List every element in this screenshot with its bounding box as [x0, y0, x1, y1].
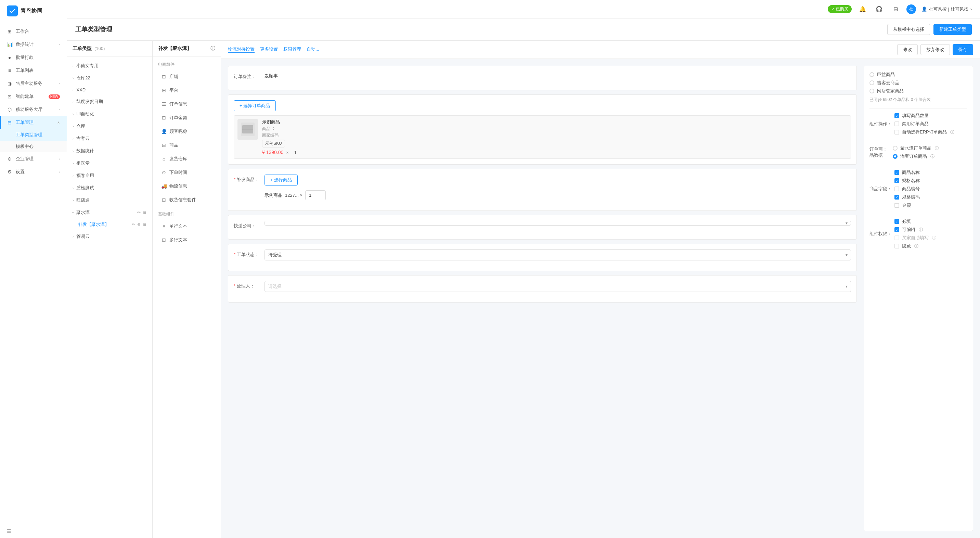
edit-icon[interactable]: ✏: [137, 88, 141, 92]
toolbar-link-logistics[interactable]: 物流对接设置: [228, 46, 255, 53]
notification-button[interactable]: 🔔: [857, 4, 868, 15]
add-order-product-button[interactable]: + 选择订单商品: [234, 100, 276, 111]
radio-item-online-store[interactable]: 网店管家商品: [869, 88, 967, 94]
type-item[interactable]: › UI自动化 ✏ 🗑: [67, 108, 152, 120]
type-item[interactable]: › XXD ✏ 🗑: [67, 84, 152, 96]
edit-icon[interactable]: ✏: [137, 148, 141, 153]
delete-icon[interactable]: 🗑: [143, 222, 147, 227]
delete-icon[interactable]: 🗑: [143, 186, 147, 190]
component-item-delivery-warehouse[interactable]: ⌂ 发货仓库: [155, 152, 218, 165]
sidebar-item-batch-payment[interactable]: ● 批量打款: [0, 51, 67, 64]
component-item-multi-text[interactable]: ⊡ 多行文本: [155, 233, 218, 247]
type-item[interactable]: › 祖医堂 ✏ 🗑: [67, 157, 152, 169]
edit-icon[interactable]: ✏: [137, 210, 141, 215]
replenish-qty-input[interactable]: [305, 190, 326, 200]
type-item[interactable]: › 仓库 ✏ 🗑: [67, 120, 152, 132]
type-item[interactable]: › 数据统计 ✏ 🗑: [67, 145, 152, 157]
checkbox-spec-code[interactable]: ✓ 规格编码: [894, 194, 967, 200]
edit-icon[interactable]: ✏: [137, 136, 141, 141]
edit-icon[interactable]: ✏: [137, 234, 141, 239]
checkbox-spec-name[interactable]: ✓ 规格名称: [894, 178, 967, 184]
edit-icon[interactable]: ✏: [137, 111, 141, 116]
checkbox-required[interactable]: ✓ 必填: [894, 218, 967, 224]
handler-select[interactable]: 请选择: [264, 281, 851, 292]
checkbox-fill-qty[interactable]: ✓ 填写商品数量: [894, 113, 967, 119]
edit-icon[interactable]: ✏: [137, 161, 141, 166]
new-work-type-button[interactable]: 新建工单类型: [934, 24, 972, 35]
discard-button[interactable]: 放弃修改: [920, 44, 950, 55]
delete-icon[interactable]: 🗑: [143, 76, 147, 80]
sidebar-item-smart-build[interactable]: ⊡ 智能建单 NEW: [0, 90, 67, 103]
sidebar-item-after-sales[interactable]: ◑ 售后主动服务 ›: [0, 77, 67, 90]
toolbar-link-permission-mgmt[interactable]: 权限管理: [283, 46, 301, 53]
edit-icon[interactable]: ✏: [137, 76, 141, 80]
radio-item-taobao[interactable]: 淘宝订单商品 ⓘ: [893, 153, 967, 159]
checkbox-auto-erp[interactable]: 自动选择ERP订单商品 ⓘ: [894, 129, 967, 135]
sidebar-item-enterprise[interactable]: ⊙ 企业管理 ›: [0, 152, 67, 165]
type-item[interactable]: › 质检测试 ✏ 🗑: [67, 182, 152, 194]
sidebar-item-work-mgmt[interactable]: ⊟ 工单管理 ∧: [0, 116, 67, 129]
type-item-jushuitang[interactable]: › 聚水潭 ✏ 🗑: [67, 206, 152, 219]
sidebar-item-settings[interactable]: ⚙ 设置 ›: [0, 165, 67, 178]
type-item[interactable]: › 管易云 ✏ 🗑: [67, 230, 152, 243]
delete-icon[interactable]: 🗑: [143, 173, 147, 178]
delete-icon[interactable]: 🗑: [143, 63, 147, 68]
checkbox-amount[interactable]: 金额: [894, 202, 967, 209]
edit-icon[interactable]: ✏: [137, 63, 141, 68]
toolbar-link-more-settings[interactable]: 更多设置: [260, 46, 278, 53]
checkbox-editable[interactable]: ✓ 可编辑 ⓘ: [894, 226, 967, 233]
radio-item-jike-cloud[interactable]: 吉客云商品: [869, 80, 967, 86]
component-item-single-text[interactable]: ≡ 单行文本: [155, 220, 218, 233]
edit-icon[interactable]: ✏: [137, 186, 141, 190]
choose-product-button[interactable]: + 选择商品: [264, 175, 298, 186]
component-item-platform[interactable]: ⊞ 平台: [155, 84, 218, 97]
sidebar-item-workbench[interactable]: ⊞ 工作台: [0, 25, 67, 38]
copy-icon[interactable]: ⊕: [137, 222, 141, 227]
type-item[interactable]: › 福卷专用 ✏ 🗑: [67, 169, 152, 182]
checkbox-hidden[interactable]: 隐藏 ⓘ: [894, 243, 967, 249]
component-item-store[interactable]: ⊟ 店铺: [155, 70, 218, 83]
type-item[interactable]: › 凯度发货日期 ✏ 🗑: [67, 96, 152, 108]
edit-icon[interactable]: ✏: [137, 173, 141, 178]
component-item-order-amount[interactable]: ⊡ 订单金额: [155, 111, 218, 124]
delete-icon[interactable]: 🗑: [143, 124, 147, 129]
user-info[interactable]: 👤 杜可风按 | 杜可风按 ›: [921, 6, 972, 12]
sidebar-item-work-list[interactable]: ≡ 工单列表: [0, 64, 67, 77]
type-item[interactable]: › 吉客云 ✏ 🗑: [67, 132, 152, 145]
delete-icon[interactable]: 🗑: [143, 136, 147, 141]
work-status-select[interactable]: 待受理: [264, 250, 851, 261]
radio-item-beneficial[interactable]: 巨益商品: [869, 72, 967, 78]
type-item[interactable]: › 小仙女专用 ✏ 🗑: [67, 60, 152, 72]
radio-item-jushuitan[interactable]: 聚水潭订单商品 ⓘ: [893, 145, 967, 151]
delete-icon[interactable]: 🗑: [143, 234, 147, 239]
component-item-customer-nickname[interactable]: 👤 顾客昵称: [155, 125, 218, 138]
component-item-order-info[interactable]: ☰ 订单信息: [155, 97, 218, 111]
delete-icon[interactable]: 🗑: [143, 111, 147, 116]
delete-icon[interactable]: 🗑: [143, 148, 147, 153]
delete-icon[interactable]: 🗑: [143, 99, 147, 104]
component-item-logistics-info[interactable]: 🚚 物流信息: [155, 180, 218, 193]
edit-icon[interactable]: ✏: [132, 222, 135, 227]
type-item[interactable]: › 仓库22 ✏ 🗑: [67, 72, 152, 84]
from-template-button[interactable]: 从模板中心选择: [887, 24, 930, 35]
sidebar-sub-item-work-type-mgmt[interactable]: 工单类型管理: [0, 129, 67, 141]
checkbox-disable-order[interactable]: 禁用订单商品: [894, 121, 967, 127]
edit-icon[interactable]: ✏: [137, 124, 141, 129]
checkbox-product-code[interactable]: 商品编号: [894, 186, 967, 192]
checkbox-product-name[interactable]: ✓ 商品名称: [894, 169, 967, 175]
delete-icon[interactable]: 🗑: [143, 210, 147, 215]
component-item-product[interactable]: ⊟ 商品: [155, 138, 218, 151]
delete-icon[interactable]: 🗑: [143, 161, 147, 166]
edit-icon[interactable]: ✏: [137, 99, 141, 104]
headset-button[interactable]: 🎧: [873, 4, 885, 15]
save-button[interactable]: 保存: [953, 44, 973, 55]
sub-type-item-bufa[interactable]: 补发【聚水潭】 ✏ ⊕ 🗑: [67, 219, 152, 230]
edit-icon[interactable]: ✏: [137, 198, 141, 202]
delete-icon[interactable]: 🗑: [143, 198, 147, 202]
sidebar-item-mobile-service[interactable]: ⬡ 移动服务大厅 ›: [0, 103, 67, 116]
sidebar-sub-item-template-center[interactable]: 模板中心: [0, 141, 67, 152]
toolbar-link-auto[interactable]: 自动...: [307, 46, 319, 53]
type-item[interactable]: › 旺店通 ✏ 🗑: [67, 194, 152, 206]
component-item-delivery-info[interactable]: ⊟ 收货信息套件: [155, 193, 218, 206]
screen-button[interactable]: ⊟: [890, 4, 901, 15]
